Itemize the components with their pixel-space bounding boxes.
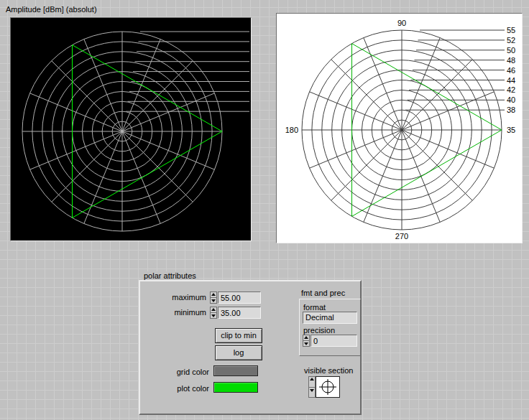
svg-text:52: 52 — [507, 36, 515, 45]
precision-stepper[interactable] — [303, 335, 310, 347]
svg-text:270: 270 — [395, 232, 408, 241]
fmt-and-prec-label: fmt and prec — [301, 289, 345, 297]
grid-color-label: grid color — [146, 368, 209, 376]
svg-text:48: 48 — [507, 56, 515, 65]
plot-color-label: plot color — [146, 384, 209, 393]
increment-arrow-icon[interactable] — [303, 335, 310, 341]
visible-section-label: visible section — [304, 366, 353, 375]
polar-grid-light-svg: 5552504846444240383590180270 — [277, 14, 522, 243]
polar-section-icon[interactable] — [316, 376, 340, 398]
minimum-label: minimum — [146, 308, 206, 317]
precision-field[interactable] — [310, 335, 357, 347]
increment-arrow-icon[interactable] — [210, 291, 217, 298]
polar-plot-dark — [10, 17, 252, 241]
polar-attributes-panel: maximum minimum fmt and prec format Deci… — [139, 280, 362, 415]
decrement-arrow-icon[interactable] — [308, 388, 316, 398]
decrement-arrow-icon[interactable] — [210, 313, 217, 319]
decrement-arrow-icon[interactable] — [303, 341, 310, 347]
fmt-and-prec-group: format Decimal precision — [299, 299, 361, 356]
svg-text:42: 42 — [507, 85, 515, 94]
decrement-arrow-icon[interactable] — [210, 298, 217, 304]
format-ring[interactable]: Decimal — [303, 312, 357, 324]
svg-text:50: 50 — [507, 46, 515, 55]
circle-crosshair-icon — [318, 378, 338, 396]
maximum-label: maximum — [146, 293, 206, 302]
log-button[interactable]: log — [215, 345, 262, 360]
svg-text:55: 55 — [507, 26, 515, 34]
visible-section-stepper[interactable] — [308, 376, 316, 398]
svg-text:44: 44 — [507, 76, 515, 85]
polar-plot-light: 5552504846444240383590180270 — [276, 13, 523, 243]
precision-label: precision — [303, 326, 335, 335]
polar-grid-dark-svg — [11, 18, 251, 241]
plot-left-label: Amplitude [dBm] (absolut) — [6, 5, 97, 14]
increment-arrow-icon[interactable] — [210, 307, 217, 313]
svg-text:180: 180 — [285, 126, 298, 134]
minimum-field[interactable] — [218, 307, 261, 319]
maximum-field[interactable] — [218, 291, 261, 304]
svg-text:46: 46 — [507, 66, 515, 75]
format-label: format — [303, 303, 326, 312]
minimum-stepper[interactable] — [210, 307, 217, 319]
svg-text:35: 35 — [507, 126, 515, 134]
svg-text:40: 40 — [507, 95, 515, 104]
svg-text:38: 38 — [507, 106, 515, 114]
svg-text:90: 90 — [397, 19, 406, 27]
clip-to-min-button[interactable]: clip to min — [215, 328, 262, 343]
increment-arrow-icon[interactable] — [308, 376, 316, 388]
visible-section-control[interactable] — [308, 376, 340, 398]
panel-title: polar attributes — [142, 271, 198, 280]
maximum-stepper[interactable] — [210, 291, 217, 304]
grid-color-swatch[interactable] — [213, 365, 258, 376]
plot-color-swatch[interactable] — [213, 382, 258, 393]
